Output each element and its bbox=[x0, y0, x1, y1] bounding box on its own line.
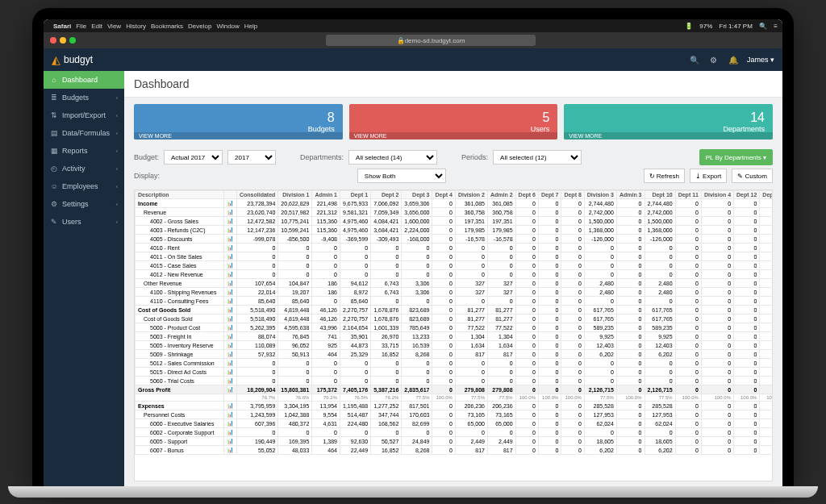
chart-icon[interactable]: 📊 bbox=[224, 288, 237, 297]
chart-icon[interactable]: 📊 bbox=[224, 359, 237, 368]
chart-icon[interactable]: 📊 bbox=[224, 437, 237, 446]
chart-icon[interactable]: 📊 bbox=[224, 314, 237, 323]
chart-icon[interactable]: 📊 bbox=[224, 306, 237, 314]
refresh-button[interactable]: ↻ Refresh bbox=[644, 169, 685, 183]
chart-icon[interactable]: 📊 bbox=[224, 402, 237, 410]
col-header[interactable]: Dept 13 bbox=[760, 191, 773, 199]
col-header[interactable]: Division 4 bbox=[701, 191, 733, 199]
chart-icon[interactable]: 📊 bbox=[224, 341, 237, 350]
chart-icon[interactable]: 📊 bbox=[224, 270, 237, 279]
chart-icon[interactable]: 📊 bbox=[224, 385, 237, 394]
view-more-link[interactable]: VIEW MORE bbox=[134, 132, 343, 140]
col-header[interactable]: Description bbox=[136, 191, 224, 199]
bell-icon[interactable]: 🔔 bbox=[726, 52, 740, 67]
chart-icon[interactable]: 📊 bbox=[224, 368, 237, 377]
chart-icon[interactable]: 📊 bbox=[224, 428, 237, 437]
search-icon[interactable]: 🔍 bbox=[687, 52, 702, 67]
menu-develop[interactable]: Develop bbox=[188, 23, 211, 30]
cell-value: 0 bbox=[701, 410, 733, 419]
col-header[interactable]: Division 3 bbox=[584, 191, 616, 199]
user-menu[interactable]: James ▾ bbox=[747, 56, 774, 64]
view-more-link[interactable]: VIEW MORE bbox=[564, 132, 773, 140]
col-header[interactable]: Division 1 bbox=[278, 191, 312, 199]
col-header[interactable]: Dept 10 bbox=[645, 191, 675, 199]
view-more-link[interactable]: VIEW MORE bbox=[349, 132, 558, 140]
chart-icon[interactable]: 📊 bbox=[224, 199, 237, 208]
menu-edit[interactable]: Edit bbox=[91, 23, 102, 30]
sidebar-item-employees[interactable]: ☺Employees‹ bbox=[44, 177, 124, 195]
menu-bookmarks[interactable]: Bookmarks bbox=[151, 23, 183, 30]
col-header[interactable]: Dept 3 bbox=[402, 191, 432, 199]
budget-select[interactable]: Actual 2017 bbox=[164, 150, 223, 165]
chart-icon[interactable]: 📊 bbox=[224, 350, 237, 359]
window-close-icon[interactable] bbox=[50, 37, 56, 44]
chart-icon[interactable]: 📊 bbox=[224, 446, 237, 455]
col-header[interactable]: Dept 7 bbox=[539, 191, 561, 199]
sidebar-item-import-export[interactable]: ⇅Import/Export‹ bbox=[44, 106, 124, 124]
dept-select[interactable]: All selected (14) bbox=[348, 150, 437, 165]
chart-icon[interactable]: 📊 bbox=[224, 261, 237, 270]
col-header[interactable]: Dept 4 bbox=[432, 191, 455, 199]
col-header[interactable]: Admin 1 bbox=[312, 191, 340, 199]
menu-icon[interactable]: ≡ bbox=[774, 23, 778, 30]
menu-help[interactable]: Help bbox=[244, 23, 257, 30]
cell-value: 8,972 bbox=[340, 288, 371, 297]
custom-button[interactable]: ✎ Custom bbox=[732, 169, 773, 183]
pl-by-dept-button[interactable]: PL By Departments ▾ bbox=[699, 149, 773, 165]
sidebar-item-budgets[interactable]: ≣Budgets‹ bbox=[44, 89, 124, 106]
menu-view[interactable]: View bbox=[107, 23, 121, 30]
menubar-app[interactable]: Safari bbox=[53, 23, 71, 30]
col-header[interactable]: Admin 3 bbox=[616, 191, 645, 199]
chart-icon[interactable]: 📊 bbox=[224, 279, 237, 288]
chart-icon[interactable]: 📊 bbox=[224, 332, 237, 341]
chart-icon[interactable]: 📊 bbox=[224, 297, 237, 306]
card-departments[interactable]: 14DepartmentsVIEW MORE bbox=[564, 104, 773, 140]
url-field[interactable]: 🔒 demo-sd.budgyt.com bbox=[326, 35, 536, 46]
col-header[interactable]: Dept 12 bbox=[734, 191, 760, 199]
window-minimize-icon[interactable] bbox=[60, 37, 66, 44]
chart-icon[interactable]: 📊 bbox=[224, 244, 237, 252]
chart-icon[interactable]: 📊 bbox=[224, 217, 237, 226]
chart-icon[interactable] bbox=[224, 394, 237, 402]
card-budgets[interactable]: 8BudgetsVIEW MORE bbox=[134, 104, 343, 140]
col-header[interactable]: Division 2 bbox=[455, 191, 487, 199]
data-grid[interactable]: DescriptionConsolidatedDivision 1Admin 1… bbox=[134, 190, 773, 481]
sidebar-item-reports[interactable]: ▦Reports‹ bbox=[44, 142, 124, 160]
cell-value: 18,605 bbox=[584, 437, 616, 446]
menu-file[interactable]: File bbox=[76, 23, 86, 30]
chart-icon[interactable]: 📊 bbox=[224, 252, 237, 261]
menu-history[interactable]: History bbox=[126, 23, 146, 30]
row-description: 4110 - Consulting Fees bbox=[136, 297, 224, 306]
sidebar-item-users[interactable]: ✎Users‹ bbox=[44, 213, 124, 231]
col-header[interactable]: Dept 2 bbox=[371, 191, 402, 199]
chart-icon[interactable]: 📊 bbox=[224, 235, 237, 244]
window-zoom-icon[interactable] bbox=[69, 37, 76, 44]
sidebar-item-activity[interactable]: ◴Activity‹ bbox=[44, 160, 124, 177]
sidebar-item-dashboard[interactable]: ⌂Dashboard bbox=[44, 71, 124, 89]
card-users[interactable]: 5UsersVIEW MORE bbox=[349, 104, 558, 140]
gear-icon[interactable]: ⚙ bbox=[707, 52, 721, 67]
col-header[interactable]: Admin 2 bbox=[487, 191, 515, 199]
sidebar-item-data-formulas[interactable]: ▤Data/Formulas‹ bbox=[44, 124, 124, 142]
chart-icon[interactable]: 📊 bbox=[224, 419, 237, 428]
chart-icon[interactable]: 📊 bbox=[224, 377, 237, 385]
col-header[interactable]: Dept 8 bbox=[561, 191, 584, 199]
search-menubar-icon[interactable]: 🔍 bbox=[759, 23, 767, 30]
col-header[interactable]: Consolidated bbox=[237, 191, 278, 199]
menu-window[interactable]: Window bbox=[216, 23, 239, 30]
chart-icon[interactable]: 📊 bbox=[224, 208, 237, 217]
col-header[interactable] bbox=[224, 191, 237, 199]
col-header[interactable]: Dept 11 bbox=[675, 191, 701, 199]
year-select[interactable]: 2017 bbox=[227, 150, 276, 165]
display-select[interactable]: Show Both bbox=[357, 169, 446, 183]
chart-icon[interactable]: 📊 bbox=[224, 323, 237, 332]
export-button[interactable]: ⤓ Export bbox=[690, 169, 727, 183]
col-header[interactable]: Dept 1 bbox=[340, 191, 371, 199]
chart-icon[interactable]: 📊 bbox=[224, 226, 237, 235]
cell-value: 0 bbox=[515, 377, 538, 385]
sidebar-item-settings[interactable]: ⚙Settings‹ bbox=[44, 195, 124, 213]
chart-icon[interactable]: 📊 bbox=[224, 410, 237, 419]
brand-logo[interactable]: ◭ budgyt bbox=[52, 53, 93, 66]
col-header[interactable]: Dept 6 bbox=[515, 191, 538, 199]
period-select[interactable]: All selected (12) bbox=[493, 150, 582, 165]
